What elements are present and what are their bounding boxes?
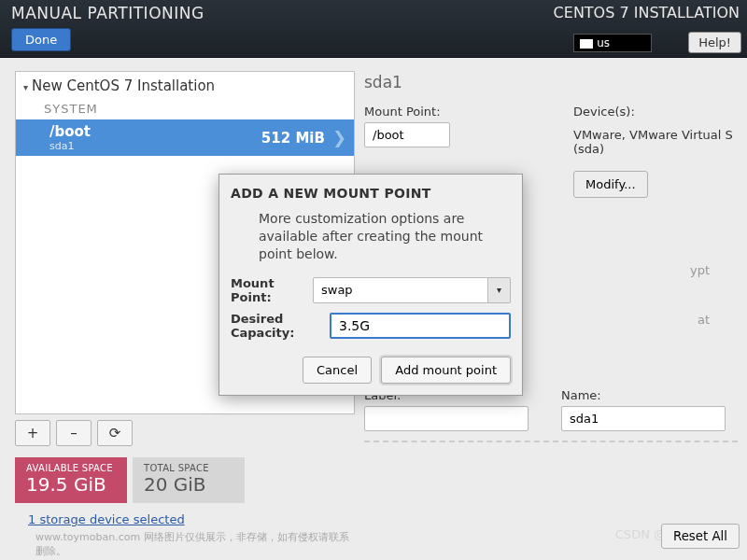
dialog-capacity-input[interactable]	[330, 313, 511, 339]
reload-partitions-button[interactable]: ⟳	[97, 420, 133, 446]
modify-devices-button[interactable]: Modify...	[573, 171, 648, 198]
add-partition-button[interactable]: +	[15, 420, 50, 446]
watermark-footnote: www.toymoban.com 网络图片仅供展示，非存储，如有侵权请联系删除。	[35, 530, 355, 558]
dialog-capacity-label: Desired Capacity:	[231, 312, 330, 340]
mount-point-label: Mount Point:	[364, 105, 542, 119]
name-input[interactable]	[561, 406, 726, 431]
reset-all-button[interactable]: Reset All	[661, 524, 740, 549]
dialog-add-button[interactable]: Add mount point	[381, 357, 511, 384]
top-header: MANUAL PARTITIONING CENTOS 7 INSTALLATIO…	[0, 0, 747, 58]
format-ghost: at	[573, 313, 738, 327]
dialog-description: More customization options are available…	[259, 210, 511, 263]
keyboard-icon	[580, 39, 593, 49]
devices-value: VMware, VMware Virtual S (sda)	[573, 128, 738, 156]
dialog-mount-point-label: Mount Point:	[231, 276, 313, 304]
done-button[interactable]: Done	[11, 28, 71, 51]
keyboard-layout-label: us	[597, 36, 610, 49]
label-input[interactable]	[364, 406, 529, 431]
chevron-right-icon: ❯	[332, 130, 346, 147]
available-space-box: AVAILABLE SPACE 19.5 GiB	[15, 457, 127, 503]
storage-devices-link[interactable]: 1 storage device selected	[28, 512, 185, 526]
dialog-mount-point-input[interactable]	[313, 277, 488, 303]
name-label: Name:	[561, 388, 738, 402]
installer-title: CENTOS 7 INSTALLATION	[554, 4, 740, 21]
divider	[364, 441, 738, 442]
dialog-cancel-button[interactable]: Cancel	[303, 357, 372, 384]
detail-device-header: sda1	[364, 73, 738, 91]
mount-point-input[interactable]	[364, 122, 450, 147]
keyboard-layout-selector[interactable]: us	[573, 34, 652, 52]
tree-system-label: SYSTEM	[16, 100, 354, 119]
help-button[interactable]: Help!	[688, 32, 741, 53]
tree-installation-header[interactable]: New CentOS 7 Installation	[16, 72, 354, 100]
partition-row-selected[interactable]: /boot sda1 512 MiB ❯	[16, 119, 354, 156]
total-space-box: TOTAL SPACE 20 GiB	[133, 457, 245, 503]
add-mount-point-dialog: ADD A NEW MOUNT POINT More customization…	[218, 174, 523, 396]
remove-partition-button[interactable]: –	[56, 420, 92, 446]
dialog-mount-point-dropdown[interactable]: ▾	[488, 277, 511, 303]
partition-mount: /boot	[49, 123, 91, 140]
partition-size: 512 MiB	[261, 130, 325, 147]
encrypt-ghost: ypt	[573, 263, 738, 277]
partition-device: sda1	[49, 140, 91, 152]
dialog-title: ADD A NEW MOUNT POINT	[231, 186, 511, 201]
devices-label: Device(s):	[573, 105, 738, 119]
